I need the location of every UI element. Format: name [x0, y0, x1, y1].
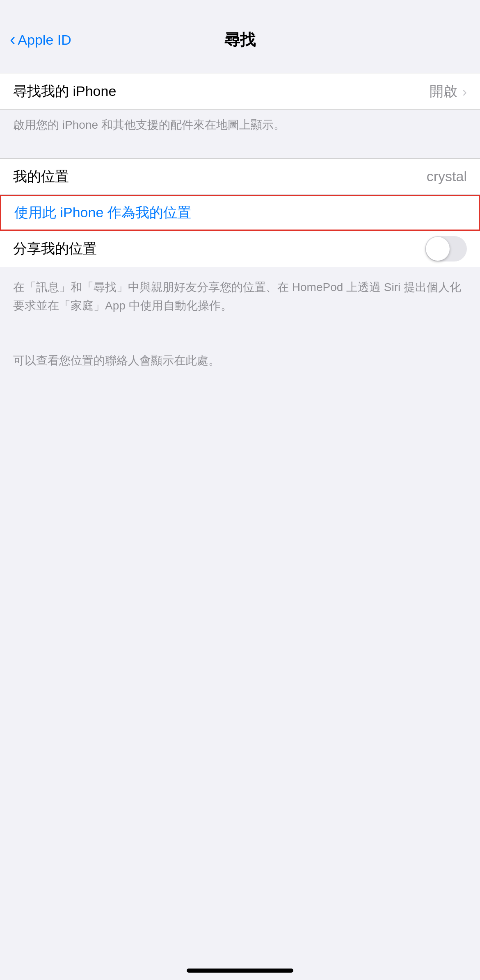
status-bar	[0, 0, 480, 22]
home-indicator	[187, 969, 293, 973]
find-iphone-chevron-icon: ›	[462, 84, 467, 100]
contacts-area: 可以查看您位置的聯絡人會顯示在此處。	[0, 341, 480, 380]
use-this-iphone-label: 使用此 iPhone 作為我的位置	[14, 203, 191, 222]
section-gap-2	[0, 143, 480, 158]
back-chevron-icon: ‹	[10, 31, 15, 48]
my-location-section: 我的位置 crystal 使用此 iPhone 作為我的位置 分享我的位置	[0, 158, 480, 267]
find-iphone-value: 開啟 ›	[430, 82, 467, 101]
find-iphone-desc: 啟用您的 iPhone 和其他支援的配件來在地圖上顯示。	[0, 110, 480, 143]
toggle-knob	[426, 237, 450, 261]
my-location-device: crystal	[427, 168, 467, 184]
share-location-desc: 在「訊息」和「尋找」中與親朋好友分享您的位置、在 HomePod 上透過 Sir…	[0, 267, 480, 327]
share-location-row[interactable]: 分享我的位置	[0, 231, 480, 267]
page-title: 尋找	[224, 30, 256, 50]
section-gap-1	[0, 58, 480, 73]
contacts-desc-text: 可以查看您位置的聯絡人會顯示在此處。	[13, 354, 220, 367]
share-location-label: 分享我的位置	[13, 239, 97, 258]
back-button[interactable]: ‹ Apple ID	[10, 32, 71, 48]
section-gap-3	[0, 327, 480, 341]
find-iphone-section: 尋找我的 iPhone 開啟 ›	[0, 73, 480, 110]
find-iphone-row[interactable]: 尋找我的 iPhone 開啟 ›	[0, 73, 480, 109]
share-location-toggle[interactable]	[425, 236, 467, 261]
find-iphone-label: 尋找我的 iPhone	[13, 82, 116, 101]
my-location-row[interactable]: 我的位置 crystal	[0, 159, 480, 195]
my-location-value: crystal	[427, 168, 467, 184]
find-iphone-status: 開啟	[430, 82, 457, 101]
back-label: Apple ID	[18, 32, 71, 48]
nav-bar: ‹ Apple ID 尋找	[0, 22, 480, 58]
use-this-iphone-row[interactable]: 使用此 iPhone 作為我的位置	[0, 195, 480, 231]
my-location-label: 我的位置	[13, 167, 69, 186]
